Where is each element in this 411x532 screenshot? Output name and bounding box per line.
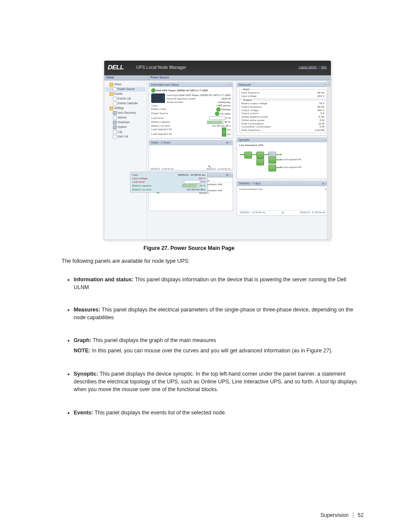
tree-system[interactable]: System <box>105 125 146 130</box>
range-slider-icon[interactable]: ◆ <box>282 211 284 214</box>
tree-user-list[interactable]: User List <box>105 134 146 139</box>
load-bar <box>209 116 225 120</box>
tree-actions[interactable]: Actions <box>105 115 146 120</box>
info-status-panel: Information and Status− Dell UPS Tower 1… <box>149 82 233 138</box>
graph-area[interactable]: 05/25/12 - 9:30:45 am 05/25/12 - 11:30:4… <box>149 145 233 170</box>
synoptic-block-avr[interactable] <box>256 152 264 159</box>
user-list-icon <box>113 135 117 139</box>
statistics-range: 05/18/12 - 12:00:00 am ◆ 05/25/12 - 11:5… <box>239 210 327 214</box>
footer-divider <box>353 512 353 518</box>
graph-panel: Graph - 2 hours⧉ − 05/25/12 - 9:30:45 am… <box>149 140 233 171</box>
page-icon <box>113 87 117 91</box>
intro-text: The following panels are available for n… <box>62 258 350 265</box>
tree-log[interactable]: Log <box>105 130 146 134</box>
panel-toolbar-icon[interactable]: ⧉ − <box>322 182 327 185</box>
measures-panel: Measures− Input Input frequency50 Hz Inp… <box>237 82 329 136</box>
bullet-events: Events: This panel displays the events l… <box>74 409 362 417</box>
content-area: Views Power Source Events Events List Ev… <box>104 81 331 240</box>
synoptic-block-outlet1[interactable] <box>268 157 276 164</box>
graph-tooltip: Date:05/25/12 - 10:58:45 am Input voltag… <box>130 172 208 193</box>
status-ok-icon <box>151 88 156 93</box>
status-ok-icon <box>215 112 219 116</box>
bullet-measures: Measures: This panel displays the electr… <box>74 306 362 321</box>
tree-power-source[interactable]: Power Source <box>105 87 146 92</box>
statistics-title: Statistics - 7 days <box>239 182 261 185</box>
info-status-title: Information and Status <box>151 83 179 86</box>
page-footer: Supervision 52 <box>321 512 364 518</box>
synoptic-diagram[interactable]: Load segment #1 Load segment #2 <box>239 146 327 177</box>
tree-events[interactable]: Events <box>105 92 146 96</box>
tooltip-load-bar <box>184 180 200 184</box>
tooltip-capacity-bar <box>182 184 199 187</box>
panel-collapse-icon[interactable]: − <box>229 83 231 86</box>
footer-page-number: 52 <box>358 512 364 518</box>
system-icon <box>113 125 117 129</box>
segment-on-icon <box>222 128 226 132</box>
scrollbar[interactable] <box>327 81 331 240</box>
help-link[interactable]: Help <box>321 65 327 68</box>
measures-title: Measures <box>239 83 251 86</box>
subbar-views-label: Views <box>104 75 149 81</box>
synoptic-block-input[interactable] <box>244 152 252 159</box>
panel-toolbar-icon[interactable]: ⧉ − <box>226 173 231 177</box>
bullet-info-status: Information and status: This panel displ… <box>74 276 362 291</box>
graph-time-start: 05/25/12 - 9:30:45 am <box>151 168 174 170</box>
discovery-icon <box>113 111 117 115</box>
log-icon <box>113 130 117 134</box>
shutdown-icon <box>113 121 117 124</box>
sub-header-bar: Views Power Source <box>104 75 331 81</box>
dell-logo: DELL <box>108 63 124 71</box>
center-column: Information and Status− Dell UPS Tower 1… <box>147 81 235 240</box>
synoptic-block-battery[interactable] <box>256 159 264 165</box>
synoptic-block-outlet2[interactable] <box>268 165 276 171</box>
tree-settings[interactable]: Settings <box>105 106 146 111</box>
device-image <box>151 93 165 103</box>
list-icon <box>113 97 117 101</box>
actions-icon <box>113 116 117 120</box>
bullet-graph: Graph: This panel displays the graph of … <box>74 336 362 355</box>
folder-icon <box>109 83 113 87</box>
screenshot-figure: DELL UPS Local Node Manager Logout 'admi… <box>104 60 331 240</box>
tree-views[interactable]: Views <box>105 82 146 87</box>
body-bullets: Information and status: This panel displ… <box>62 276 362 432</box>
app-name: UPS Local Node Manager <box>136 65 186 70</box>
folder-icon <box>109 92 113 96</box>
input-fieldset: Input Input frequency50 Hz Input voltage… <box>239 89 327 99</box>
status-ok-icon <box>216 107 221 112</box>
right-column: Measures− Input Input frequency50 Hz Inp… <box>235 81 331 240</box>
capacity-bar <box>207 121 224 124</box>
synoptic-subtitle: Line Interactive UPS <box>239 143 327 146</box>
logout-link[interactable]: Logout 'admin' <box>299 65 317 68</box>
tree-shutdown[interactable]: Shutdown <box>105 120 146 125</box>
statistics-panel: Statistics - 7 days⧉ − Communication los… <box>237 181 329 216</box>
bullet-synoptic: Synoptic: This panel displays the device… <box>74 370 362 393</box>
tree-auto-discovery[interactable]: Auto Discovery <box>105 111 146 115</box>
figure-caption: Figure 27. Power Source Main Page <box>143 245 234 251</box>
synoptic-title: Synoptic <box>239 138 249 141</box>
segment-on-icon <box>222 132 226 137</box>
app-titlebar: DELL UPS Local Node Manager Logout 'admi… <box>104 61 331 75</box>
tree-events-calendar[interactable]: Events Calendar <box>105 101 146 106</box>
header-links: Logout 'admin' | Help <box>299 65 327 68</box>
nav-tree: Views Power Source Events Events List Ev… <box>104 81 147 240</box>
synoptic-panel: Synoptic− Line Interactive UPS <box>237 137 329 179</box>
device-title: Dell UPS Tower 1920W HV UPS LI T 1920 <box>156 89 208 92</box>
folder-icon <box>109 106 113 110</box>
calendar-icon <box>113 102 117 106</box>
panel-toolbar-icon[interactable]: ⧉ − <box>226 141 231 144</box>
output-fieldset: Output Battery output voltage76 V Output… <box>239 100 327 133</box>
graph-panel-title: Graph - 2 hours <box>151 141 171 144</box>
subbar-power-source-label: Power Source <box>149 75 331 81</box>
tree-events-list[interactable]: Events List <box>105 96 146 101</box>
graph-note: NOTE: In this panel, you can mouse over … <box>74 347 362 355</box>
mouse-cursor-icon: ↖ <box>208 165 212 169</box>
footer-section: Supervision <box>321 512 349 518</box>
